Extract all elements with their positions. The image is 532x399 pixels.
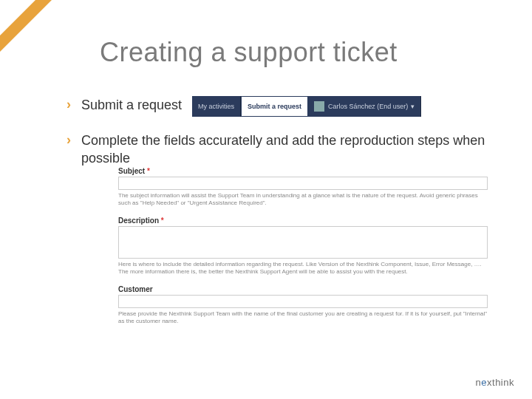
- customer-label: Customer: [118, 285, 488, 293]
- navbar-screenshot: My activities Submit a request Carlos Sá…: [192, 96, 421, 117]
- nav-my-activities[interactable]: My activities: [192, 96, 241, 117]
- customer-input[interactable]: [118, 295, 488, 308]
- bullet-2: › Complete the fields accuratelly and ad…: [66, 132, 502, 168]
- subject-label: Subject *: [118, 167, 488, 175]
- bullet-1: › Submit a request My activities Submit …: [66, 96, 502, 117]
- nav-submit-request[interactable]: Submit a request: [241, 96, 308, 117]
- description-textarea[interactable]: [118, 226, 488, 259]
- description-hint: Here is where to include the detailed in…: [118, 261, 488, 276]
- subject-hint: The subject information will assist the …: [118, 192, 488, 208]
- slide-title: Creating a support ticket: [100, 37, 398, 68]
- nav-user-label: Carlos Sánchez (End user): [328, 103, 408, 110]
- footer: nexthink: [476, 375, 514, 389]
- corner-accent-inner: [0, 0, 35, 35]
- avatar: [314, 101, 324, 112]
- customer-hint: Please provide the Nexthink Support Team…: [118, 310, 488, 326]
- bullet-1-text: Submit a request: [81, 96, 182, 114]
- subject-input[interactable]: [118, 177, 488, 190]
- nav-user-menu[interactable]: Carlos Sánchez (End user): [308, 96, 421, 117]
- form-screenshot: Subject * The subject information will a…: [118, 167, 488, 334]
- bullet-2-text: Complete the fields accuratelly and add …: [81, 132, 502, 168]
- brand-logo: nexthink: [476, 377, 514, 388]
- chevron-icon: ›: [66, 96, 71, 113]
- chevron-icon: ›: [66, 132, 71, 149]
- description-label: Description *: [118, 216, 488, 225]
